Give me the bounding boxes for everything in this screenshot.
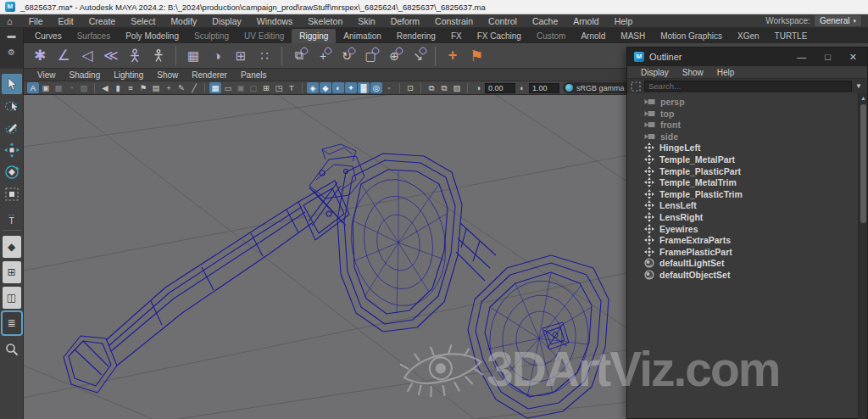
shelf-tab-surfaces[interactable]: Surfaces	[70, 29, 118, 43]
display-safe-title-icon[interactable]: T	[286, 82, 298, 93]
snapshot-icon[interactable]: ▨	[451, 82, 463, 93]
parent-constraint-icon[interactable]: ⧉	[288, 45, 310, 67]
shelf-tab-motion-graphics[interactable]: Motion Graphics	[653, 29, 730, 43]
display-field-chart-icon[interactable]: ⊞	[260, 82, 272, 93]
orient-constraint-icon[interactable]: ↻	[336, 45, 358, 67]
outliner-item-frameplasticpart[interactable]: FramePlasticPart	[627, 246, 860, 258]
playblast-icon[interactable]: ⧉	[426, 82, 437, 93]
select-camera-icon[interactable]: ◀	[99, 82, 111, 93]
display-gate-mask-icon[interactable]: ▢	[248, 82, 259, 93]
rotate-tool[interactable]	[2, 162, 22, 182]
isolate-select-icon[interactable]: ⊡	[404, 82, 416, 93]
lasso-tool[interactable]	[2, 96, 22, 116]
single-pane-layout-button[interactable]: ◆	[3, 236, 21, 258]
menu-deform[interactable]: Deform	[383, 16, 427, 26]
scroll-up-icon[interactable]: ▲	[860, 94, 867, 103]
menu-modify[interactable]: Modify	[163, 16, 204, 26]
outliner-menu-show[interactable]: Show	[676, 68, 710, 77]
menu-skin[interactable]: Skin	[350, 16, 382, 26]
locator-icon[interactable]: +	[442, 45, 464, 67]
shelf-tab-fx-caching[interactable]: FX Caching	[470, 29, 529, 43]
outliner-menu-help[interactable]: Help	[710, 68, 742, 77]
window-titlebar[interactable]: _6825637.ma* - Autodesk MAYA 2024.2: B:\…	[0, 0, 868, 14]
ik-spline-handle-icon[interactable]: ◁	[76, 45, 98, 67]
textured-icon[interactable]: ◐	[332, 82, 344, 93]
display-safe-action-icon[interactable]: ◳	[273, 82, 285, 93]
outliner-item-temple-metaltrim[interactable]: Temple_MetalTrim	[627, 176, 860, 188]
menu-file[interactable]: File	[21, 16, 51, 26]
annotation-icon[interactable]: ⚑	[465, 45, 487, 67]
outliner-item-temple-metalpart[interactable]: Temple_MetalPart	[627, 154, 860, 165]
panel-menu-view[interactable]: View	[31, 70, 63, 80]
shelf-tab-sculpting[interactable]: Sculpting	[186, 29, 236, 43]
scrollbar-thumb[interactable]	[860, 104, 866, 223]
shelf-tab-xgen[interactable]: XGen	[730, 29, 767, 43]
minimize-icon[interactable]: —	[797, 53, 806, 62]
outliner-item-frameextraparts[interactable]: FrameExtraParts	[627, 234, 860, 246]
grid-icon[interactable]: ▦	[209, 82, 221, 93]
lock-camera-icon[interactable]: ▮	[112, 82, 124, 93]
film-gate-icon[interactable]: ▣	[40, 82, 52, 93]
menu-cache[interactable]: Cache	[525, 16, 565, 26]
outliner-item-top[interactable]: top	[627, 108, 860, 120]
cluster-icon[interactable]: ∷	[253, 45, 275, 67]
panel-menu-show[interactable]: Show	[150, 70, 185, 80]
menu-display[interactable]: Display	[204, 16, 248, 26]
menu-create[interactable]: Create	[81, 16, 124, 26]
gamma-icon[interactable]: ◐	[516, 82, 528, 93]
workspace-selector[interactable]: General ▾	[815, 15, 861, 26]
shelf-tab-rigging[interactable]: Rigging	[292, 29, 336, 43]
select-tool[interactable]	[2, 74, 22, 94]
exposure-icon[interactable]: ◑	[472, 82, 484, 93]
magnifier-icon[interactable]	[2, 339, 22, 360]
outliner-item-temple-plastictrim[interactable]: Temple_PlasticTrim	[627, 188, 860, 200]
shelf-tab-uv-editing[interactable]: UV Editing	[236, 29, 292, 43]
chevron-down-icon[interactable]: ▼	[855, 82, 864, 90]
panel-menu-shading[interactable]: Shading	[63, 70, 108, 80]
outliner-item-side[interactable]: side	[627, 131, 860, 142]
search-input[interactable]	[644, 81, 852, 92]
menu-skeleton[interactable]: Skeleton	[300, 16, 350, 26]
shelf-tab-curves[interactable]: Curves	[27, 29, 70, 43]
panel-menu-panels[interactable]: Panels	[234, 70, 274, 80]
move-tool[interactable]	[2, 140, 22, 160]
wireframe-on-shaded-icon[interactable]: ◈	[307, 82, 319, 93]
shelf-tab-mash[interactable]: MASH	[613, 29, 653, 43]
outliner-item-lensright[interactable]: LensRight	[627, 211, 860, 223]
outliner-item-temple-plasticpart[interactable]: Temple_PlasticPart	[627, 165, 860, 177]
filter-icon[interactable]	[631, 81, 641, 92]
bookmarks-icon[interactable]: ⚑	[137, 82, 149, 93]
shelf-menu-icon[interactable]: ▬	[8, 31, 16, 40]
quick-rig-icon[interactable]	[124, 45, 146, 67]
menu-help[interactable]: Help	[607, 16, 641, 26]
paint-skin-weights-icon[interactable]: ▦	[182, 45, 204, 67]
panel-menu-lighting[interactable]: Lighting	[107, 70, 150, 80]
image-plane-icon[interactable]: ▤	[150, 82, 162, 93]
display-film-gate-icon[interactable]: ▭	[222, 82, 234, 93]
point-constraint-icon[interactable]: +	[312, 45, 334, 67]
scale-tool[interactable]	[2, 184, 22, 204]
shelf-tab-animation[interactable]: Animation	[336, 29, 388, 43]
safe-title-icon[interactable]: ▨	[78, 82, 90, 93]
shelf-tab-poly-modeling[interactable]: Poly Modeling	[118, 29, 186, 43]
shelf-tab-fx[interactable]: FX	[443, 29, 470, 43]
motion-blur-icon[interactable]: ▪	[383, 82, 395, 93]
paint-selection-tool[interactable]	[2, 118, 22, 138]
outliner-persp-layout-button[interactable]: ≣	[3, 312, 21, 334]
display-resolution-gate-icon[interactable]: ▣	[235, 82, 247, 93]
outliner-item-defaultlightset[interactable]: defaultLightSet	[627, 257, 860, 269]
sequence-icon[interactable]: ⧉	[438, 82, 450, 93]
home-icon[interactable]: ⌂	[7, 16, 13, 26]
menu-arnold[interactable]: Arnold	[565, 16, 606, 26]
field-chart-icon[interactable]: ◔	[65, 82, 77, 93]
shelf-tab-arnold[interactable]: Arnold	[573, 29, 613, 43]
scale-constraint-icon[interactable]: ▢	[359, 45, 381, 67]
grease-pencil-icon[interactable]: ✎	[175, 82, 187, 93]
shadows-icon[interactable]: ▓	[358, 82, 370, 93]
outliner-titlebar[interactable]: Outliner — □ ✕	[627, 47, 867, 66]
gamma-field[interactable]	[529, 83, 559, 93]
two-pane-layout-button[interactable]: ◫	[3, 287, 21, 309]
shelf-tab-rendering[interactable]: Rendering	[389, 29, 443, 43]
pole-vector-constraint-icon[interactable]: ↘	[407, 45, 429, 67]
menu-edit[interactable]: Edit	[51, 16, 81, 26]
